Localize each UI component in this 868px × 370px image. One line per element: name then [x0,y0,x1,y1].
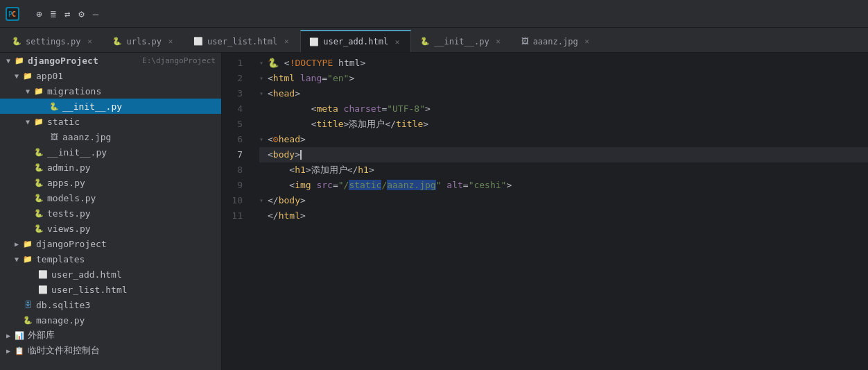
arrow-app01: ▼ [11,70,22,81]
tab-user-add[interactable]: ⬜ user_add.html ✕ [300,30,411,52]
label-init-app01: __init__.py [47,147,216,158]
editor[interactable]: 1 2 3 4 5 6 7 8 9 10 11 ▾ 🐍 <!DOCTYPE ht… [222,53,868,370]
sidebar-item-manage[interactable]: ▶ 🐍 manage.py [0,312,221,328]
sidebar-item-temp-files[interactable]: ▶ 📋 临时文件和控制台 [0,343,221,358]
ln-11: 11 [227,208,243,224]
tab-user-list[interactable]: ⬜ user_list.html ✕ [184,30,300,52]
tab-settings[interactable]: 🐍 settings.py ✕ [3,30,103,52]
code-line-2: ▾ <html lang="en"> [259,71,868,86]
file-icon-user-list: ⬜ [37,284,49,295]
svg-text:C: C [12,10,16,18]
tab-label-settings: settings.py [26,37,80,47]
fold-10: ▾ [259,193,266,208]
sidebar-item-models[interactable]: ▶ 🐍 models.py [0,190,221,205]
tab-close-aaanz[interactable]: ✕ [582,37,592,47]
file-icon-init-app01: 🐍 [33,146,44,158]
code-line-7: ▾ <body> [259,147,868,162]
main-area: ▼ 📁 djangoProject E:\djangoProject ▼ 📁 a… [0,53,868,370]
sidebar-item-migrations[interactable]: ▼ 📁 migrations [0,83,221,99]
code-area: 1 2 3 4 5 6 7 8 9 10 11 ▾ 🐍 <!DOCTYPE ht… [222,53,868,370]
ln-1: 1 [227,56,243,71]
structure-icon[interactable]: ≣ [50,8,55,19]
fold-2: ▾ [259,71,266,86]
sidebar-item-project-root[interactable]: ▼ 📁 djangoProject E:\djangoProject [0,53,221,68]
minimize-icon[interactable]: — [93,8,98,19]
sidebar-item-admin[interactable]: ▶ 🐍 admin.py [0,160,221,175]
tab-close-user-list[interactable]: ✕ [281,37,291,47]
tab-label-user-add: user_add.html [323,37,388,47]
sidebar-item-tests[interactable]: ▶ 🐍 tests.py [0,205,221,221]
arrow-project: ▼ [3,55,14,66]
ln-3: 3 [227,86,243,101]
label-static: static [47,117,216,127]
label-migrations: migrations [47,86,216,96]
branch-icon[interactable]: ⇄ [64,8,70,19]
file-icon-models: 🐍 [33,192,44,203]
folder-icon-app01: 📁 [22,70,33,81]
sidebar-item-templates[interactable]: ▼ 📁 templates [0,251,221,267]
sidebar-item-init-migrations[interactable]: ▶ 🐍 __init__.py [0,99,221,114]
folder-icon-templates: 📁 [22,253,33,264]
line-numbers: 1 2 3 4 5 6 7 8 9 10 11 [222,53,251,370]
code-line-6: ▾ <⚙head> [259,132,868,147]
fold-1: ▾ [259,56,266,71]
folder-icon-static: 📁 [33,116,44,127]
code-lines: ▾ 🐍 <!DOCTYPE html> ▾ <html lang="en"> ▾… [251,53,868,370]
arrow-temp-files: ▶ [3,345,14,356]
sidebar-item-db[interactable]: ▶ 🗄 db.sqlite3 [0,297,221,312]
tab-icon-html-list: ⬜ [193,37,203,46]
tab-icon-jpg: 🖼 [521,37,529,46]
label-user-add: user_add.html [51,269,216,280]
file-icon-tests: 🐍 [33,208,44,219]
tab-init[interactable]: 🐍 __init__.py ✕ [411,30,512,52]
label-aaanz: aaanz.jpg [62,132,216,142]
file-icon-init-migrations: 🐍 [49,101,60,112]
ln-5: 5 [227,117,243,132]
file-icon-aaanz: 🖼 [49,131,60,142]
sidebar-item-static[interactable]: ▼ 📁 static [0,114,221,129]
code-line-4: ▾ <meta charset="UTF-8"> [259,101,868,117]
sidebar-item-user-add[interactable]: ▶ ⬜ user_add.html [0,267,221,282]
label-db: db.sqlite3 [36,300,216,310]
folder-icon-migrations: 📁 [33,85,44,96]
sidebar-item-aaanz-jpg[interactable]: ▶ 🖼 aaanz.jpg [0,129,221,144]
label-user-list: user_list.html [51,285,216,295]
tab-close-settings[interactable]: ✕ [85,37,94,47]
tab-label-init: __init__.py [434,37,489,47]
sidebar-item-djangoproject-folder[interactable]: ▶ 📁 djangoProject [0,236,221,251]
titlebar-left: P C ⊕ ≣ ⇄ ⚙ — [6,7,98,21]
tab-label-aaanz: aaanz.jpg [533,37,578,47]
label-app01: app01 [36,71,216,81]
sidebar-item-views[interactable]: ▶ 🐍 views.py [0,221,221,236]
label-manage: manage.py [36,315,216,326]
folder-icon-djangoproject: 📁 [22,238,33,249]
sidebar-item-app01[interactable]: ▼ 📁 app01 [0,68,221,83]
sidebar-item-apps[interactable]: ▶ 🐍 apps.py [0,175,221,190]
label-views: views.py [47,224,216,234]
settings-icon[interactable]: ⚙ [78,8,84,19]
file-icon-views: 🐍 [33,223,44,234]
arrow-templates: ▼ [11,253,22,264]
icon-temp-files: 📋 [14,345,25,356]
tab-close-user-add[interactable]: ✕ [392,37,402,47]
tab-close-urls[interactable]: ✕ [166,37,175,47]
file-icon-manage: 🐍 [22,314,33,326]
tab-close-init[interactable]: ✕ [494,37,503,47]
label-temp-files: 临时文件和控制台 [28,344,216,357]
ln-10: 10 [227,193,243,208]
sidebar-item-external-libs[interactable]: ▶ 📊 外部库 [0,328,221,343]
tab-icon-html-add: ⬜ [309,37,319,47]
label-templates: templates [36,254,216,264]
tab-aaanz[interactable]: 🖼 aaanz.jpg ✕ [512,30,601,52]
sidebar-item-user-list[interactable]: ▶ ⬜ user_list.html [0,282,221,297]
label-models: models.py [47,193,216,203]
sidebar-item-init-app01[interactable]: ▶ 🐍 __init__.py [0,144,221,160]
code-line-8: ▾ <h1>添加用户</h1> [259,162,868,178]
tab-icon-py-urls: 🐍 [112,37,122,46]
app-icon: P C [6,7,19,21]
ln-7: 7 [227,147,243,162]
label-external-libs: 外部库 [28,329,216,342]
label-apps: apps.py [47,178,216,188]
tab-urls[interactable]: 🐍 urls.py ✕ [103,30,184,52]
navigate-icon[interactable]: ⊕ [36,8,42,19]
